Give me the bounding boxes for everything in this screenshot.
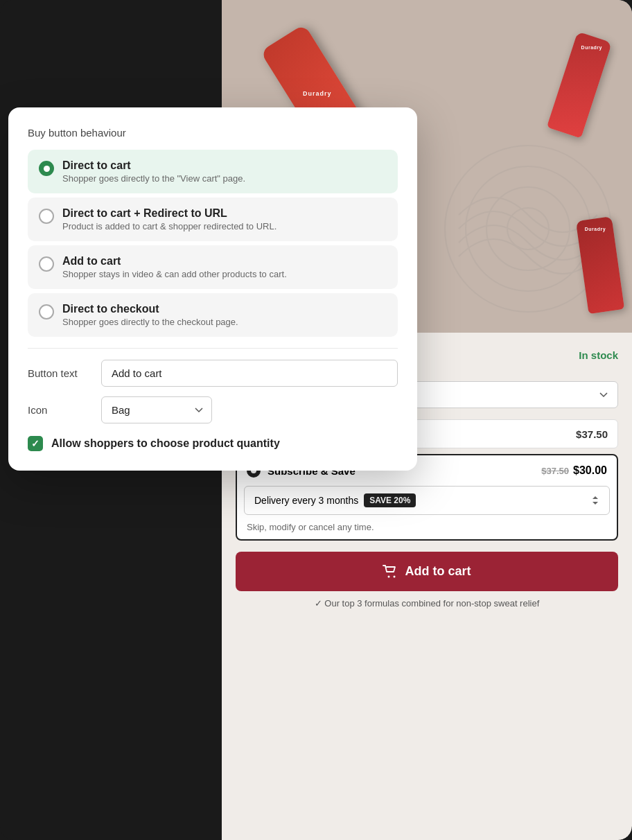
option-add-to-cart-text: Add to cart Shopper stays in video & can… [62, 255, 287, 279]
cart-icon [383, 565, 398, 579]
radio-direct-checkout[interactable] [39, 304, 54, 320]
delivery-option-text: Delivery every 3 months [254, 495, 358, 506]
quantity-checkbox-label: Allow shoppers to choose product quantit… [51, 437, 280, 450]
option-direct-checkout-label: Direct to checkout [62, 303, 238, 315]
svg-point-5 [394, 575, 396, 577]
option-direct-to-cart-text: Direct to cart Shopper goes directly to … [62, 159, 245, 184]
option-direct-checkout-desc: Shopper goes directly to the checkout pa… [62, 317, 238, 327]
quantity-checkbox-row[interactable]: ✓ Allow shoppers to choose product quant… [28, 436, 398, 451]
icon-label: Icon [28, 404, 90, 416]
svg-point-4 [388, 575, 390, 577]
option-direct-redirect-text: Direct to cart + Redirect to URL Product… [62, 207, 276, 231]
buy-button-modal: Buy button behaviour Direct to cart Shop… [8, 107, 417, 471]
add-to-cart-label: Add to cart [405, 564, 471, 579]
modal-divider [28, 348, 398, 349]
option-direct-redirect-desc: Product is added to cart & shopper redir… [62, 221, 276, 231]
option-add-to-cart-desc: Shopper stays in video & can add other p… [62, 269, 287, 279]
guarantee-text: ✓ Our top 3 formulas combined for non-st… [236, 598, 618, 609]
stepper-icon [591, 495, 599, 506]
checkmark-icon: ✓ [31, 438, 40, 449]
option-direct-checkout[interactable]: Direct to checkout Shopper goes directly… [28, 293, 398, 337]
option-direct-redirect[interactable]: Direct to cart + Redirect to URL Product… [28, 198, 398, 241]
save-badge: SAVE 20% [364, 493, 416, 507]
button-text-input[interactable] [101, 360, 398, 387]
subscribe-price-new: $30.00 [573, 464, 607, 477]
cancel-text: Skip, modify or cancel any time. [237, 522, 617, 539]
radio-direct-to-cart[interactable] [39, 161, 54, 176]
delivery-selector[interactable]: Delivery every 3 months SAVE 20% [244, 486, 610, 515]
add-to-cart-button[interactable]: Add to cart [236, 552, 618, 591]
in-stock-badge: In stock [579, 349, 618, 361]
option-add-to-cart-label: Add to cart [62, 255, 287, 268]
option-direct-to-cart-desc: Shopper goes directly to the "View cart"… [62, 173, 245, 184]
radio-direct-redirect[interactable] [39, 209, 54, 224]
button-text-row: Button text [28, 360, 398, 387]
icon-row: Icon Bag Cart None [28, 396, 398, 423]
option-direct-to-cart[interactable]: Direct to cart Shopper goes directly to … [28, 150, 398, 193]
modal-title: Buy button behaviour [28, 127, 398, 139]
button-text-label: Button text [28, 367, 90, 379]
option-add-to-cart[interactable]: Add to cart Shopper stays in video & can… [28, 245, 398, 289]
radio-add-to-cart[interactable] [39, 256, 54, 272]
option-direct-redirect-label: Direct to cart + Redirect to URL [62, 207, 276, 220]
chevron-down-icon [599, 392, 608, 398]
one-time-price: $37.50 [576, 428, 608, 440]
option-direct-to-cart-label: Direct to cart [62, 159, 245, 172]
option-direct-checkout-text: Direct to checkout Shopper goes directly… [62, 303, 238, 327]
quantity-checkbox[interactable]: ✓ [28, 436, 43, 451]
icon-select[interactable]: Bag Cart None [101, 396, 212, 423]
product-tube-2: Duradry [547, 32, 612, 139]
subscribe-price-original: $37.50 [541, 466, 569, 476]
